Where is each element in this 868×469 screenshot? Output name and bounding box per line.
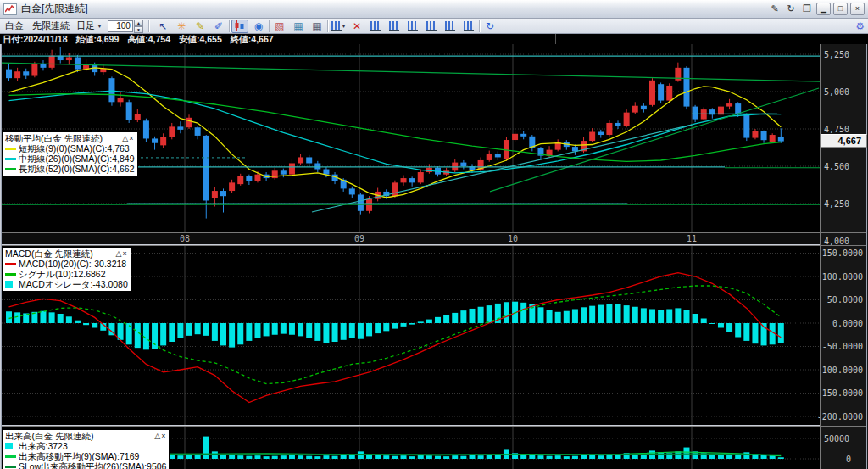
- volume-bar: [778, 457, 784, 459]
- window-title: 白金[先限連続]: [21, 2, 88, 16]
- legend-label: 出来高移動平均(9)(SMA):7169: [19, 451, 139, 461]
- volume-bar: [195, 455, 201, 459]
- indicator-menu-icon[interactable]: ▾: [330, 20, 347, 33]
- macd-histogram-bar: [572, 310, 578, 324]
- draw-line-icon[interactable]: ✐: [210, 20, 227, 33]
- macd-axis-label: -150.0000: [817, 388, 863, 398]
- histogram-glyph: [426, 21, 437, 31]
- macd-histogram-bar: [409, 323, 415, 325]
- candle-body: [778, 137, 784, 142]
- info-divider: [555, 34, 556, 44]
- indicator-4-icon[interactable]: [423, 20, 440, 33]
- legend-close-icon[interactable]: ×: [129, 134, 134, 142]
- candle-body: [220, 191, 226, 196]
- spin-down-icon[interactable]: ▼: [134, 26, 143, 33]
- candle-body: [195, 127, 201, 136]
- macd-histogram-bar: [632, 307, 638, 323]
- macd-histogram-bar: [212, 323, 218, 341]
- symbol-label[interactable]: 白金: [3, 20, 25, 32]
- remove-indicator-icon[interactable]: ✕: [348, 20, 365, 33]
- series-label[interactable]: 先限連続: [31, 20, 71, 32]
- reload-icon[interactable]: ↻: [481, 20, 498, 33]
- indicator-1-icon[interactable]: [367, 20, 384, 33]
- macd-histogram-bar: [392, 323, 398, 329]
- indicator-5-icon[interactable]: [442, 20, 459, 33]
- legend-row: MACDオシレータ:-43.0080: [5, 279, 128, 289]
- cascade-windows-icon[interactable]: ❒: [800, 3, 814, 15]
- indicator-3-icon[interactable]: [404, 20, 421, 33]
- macd-histogram-bar: [726, 323, 732, 332]
- window-close-button[interactable]: ×: [850, 3, 865, 15]
- pencil-icon[interactable]: ✎: [192, 20, 209, 33]
- volume-bar: [264, 456, 270, 459]
- indicator-2-icon[interactable]: [386, 20, 403, 33]
- candle-body: [624, 113, 630, 126]
- volume-bar: [598, 455, 604, 459]
- toolbar-separator: [229, 20, 230, 32]
- macd-legend[interactable]: MACD(白金 先限連続) △× MACD(10)(20)(C):-30.321…: [2, 247, 131, 292]
- time-axis-strip: [2, 233, 820, 244]
- macd-histogram-bar: [547, 310, 553, 323]
- macd-histogram-bar: [641, 308, 647, 323]
- grid-icon[interactable]: ▦: [290, 20, 307, 33]
- volume-bar: [555, 455, 561, 459]
- settings-wrench-icon[interactable]: ⚙: [855, 20, 865, 32]
- candlestick-mode-icon[interactable]: [231, 20, 248, 33]
- legend-swatch: [5, 466, 16, 468]
- legend-collapse-icon[interactable]: △: [154, 432, 161, 440]
- candle-body: [649, 81, 655, 105]
- candle-body: [589, 132, 595, 142]
- candle-body: [212, 191, 218, 198]
- volume-bar: [306, 456, 312, 459]
- candle-body: [658, 84, 664, 100]
- macd-histogram-bar: [504, 302, 509, 323]
- macd-histogram-bar: [418, 321, 424, 323]
- indicator-6-icon[interactable]: [460, 20, 477, 33]
- volume-bar: [186, 455, 192, 459]
- candle-body: [426, 168, 432, 172]
- volume-bar: [683, 448, 689, 459]
- volume-axis-label: 50000: [824, 434, 849, 444]
- price-axis-label: 4,250: [824, 199, 849, 209]
- legend-close-icon[interactable]: ×: [123, 249, 128, 258]
- new-chart-icon[interactable]: ▧: [271, 20, 288, 33]
- bar-count-input[interactable]: 100: [108, 20, 133, 32]
- candle-body: [460, 163, 466, 166]
- volume-bar: [349, 455, 355, 459]
- candle-body: [726, 103, 732, 107]
- ma-legend[interactable]: 移動平均(白金 先限連続) △× 短期線(9)(0)(SMA)(C):4,763…: [2, 131, 138, 176]
- refresh-icon[interactable]: ↻: [784, 3, 798, 15]
- cursor-icon[interactable]: ↖: [154, 20, 171, 33]
- candle-body: [409, 178, 415, 182]
- macd-histogram-bar: [126, 323, 132, 344]
- info-date: 日付:2024/11/18: [3, 34, 67, 43]
- candle-body: [246, 176, 252, 181]
- chart-canvas[interactable]: 080910115,2505,0004,7504,5004,2504,00015…: [0, 0, 868, 469]
- bar-count-spinner[interactable]: 100 ▲ ▼: [108, 20, 143, 33]
- candle-body: [666, 86, 672, 101]
- window-maximize-button[interactable]: □: [833, 3, 848, 15]
- window-minimize-button[interactable]: ▁: [816, 3, 831, 15]
- grid-dark-icon[interactable]: ▦: [309, 20, 326, 33]
- macd-histogram-bar: [581, 307, 587, 323]
- legend-swatch: [5, 281, 13, 288]
- hand-icon[interactable]: ✳: [173, 20, 190, 33]
- candle-body: [520, 134, 526, 137]
- legend-row: 出来高移動平均(9)(SMA):7169: [5, 451, 166, 461]
- legend-collapse-icon[interactable]: △: [116, 249, 123, 258]
- annotate-icon[interactable]: ✎: [768, 3, 782, 15]
- legend-close-icon[interactable]: ×: [161, 432, 166, 440]
- timeframe-dropdown[interactable]: 日足 ▼: [76, 20, 103, 32]
- candle-body: [495, 154, 501, 157]
- candle-body: [229, 182, 235, 191]
- macd-histogram-bar: [735, 323, 741, 338]
- compass-icon[interactable]: ◉: [250, 20, 267, 33]
- volume-bar: [401, 455, 407, 459]
- volume-bar: [229, 455, 235, 459]
- macd-histogram-bar: [743, 323, 749, 341]
- volume-legend[interactable]: 出来高(白金 先限連続) △× 出来高:3723出来高移動平均(9)(SMA):…: [2, 429, 170, 469]
- spin-up-icon[interactable]: ▲: [134, 20, 143, 26]
- candle-body: [6, 70, 12, 79]
- macd-histogram-bar: [58, 314, 64, 323]
- volume-bar: [478, 455, 484, 459]
